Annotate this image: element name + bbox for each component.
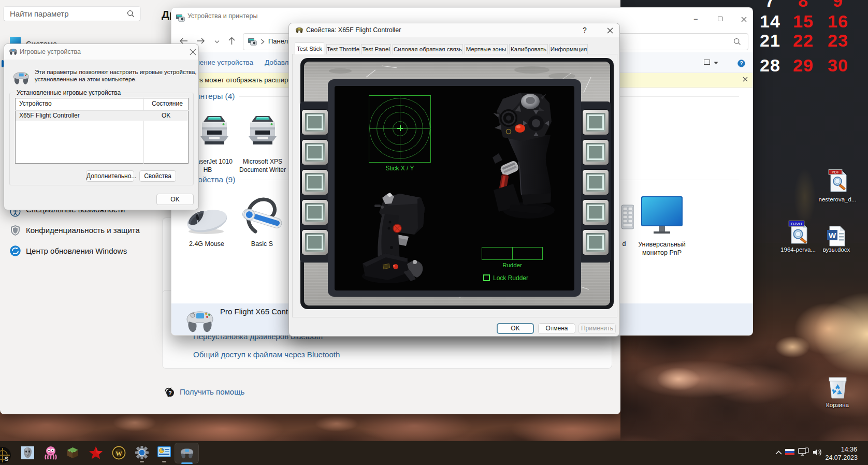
svg-text:W: W xyxy=(115,449,122,457)
svg-text:S: S xyxy=(5,456,8,462)
svg-text:?: ? xyxy=(168,390,171,396)
svg-text:W: W xyxy=(829,231,836,240)
svg-text:PDF: PDF xyxy=(832,170,839,174)
svg-text:DJVU: DJVU xyxy=(791,222,802,226)
svg-text:?: ? xyxy=(740,61,743,66)
